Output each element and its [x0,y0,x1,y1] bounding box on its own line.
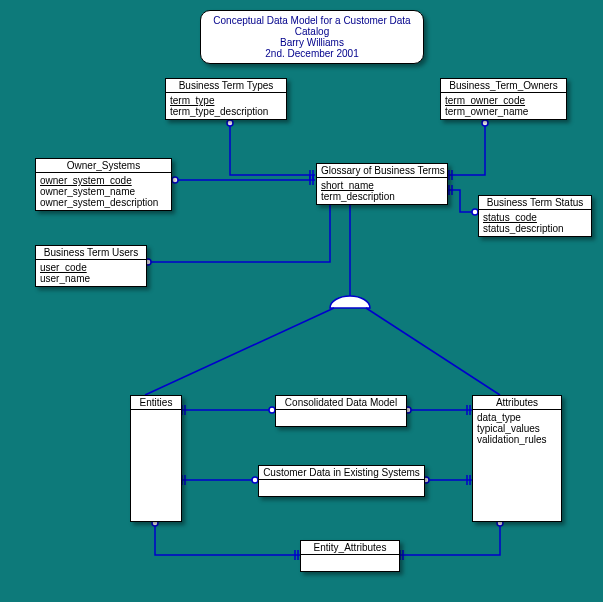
attr: owner_system_name [40,186,167,197]
attr: owner_system_description [40,197,167,208]
entity-ent: Entities [130,395,182,522]
entity-header: Consolidated Data Model [276,396,406,410]
entity-os: Owner_Systems owner_system_code owner_sy… [35,158,172,211]
entity-header: Business Term Types [166,79,286,93]
entity-btt: Business Term Types term_type term_type_… [165,78,287,120]
entity-header: Business Term Status [479,196,591,210]
entity-attr: Attributes data_type typical_values vali… [472,395,562,522]
entity-bto: Business_Term_Owners term_owner_code ter… [440,78,567,120]
attr: term_description [321,191,443,202]
title-line2: Barry Williams [207,37,417,48]
attr: term_owner_name [445,106,562,117]
pk: user_code [40,262,142,273]
entity-header: Business Term Users [36,246,146,260]
attr: user_name [40,273,142,284]
title-line1: Conceptual Data Model for a Customer Dat… [207,15,417,37]
svg-point-0 [227,120,233,126]
svg-point-2 [172,177,178,183]
entity-cdm: Consolidated Data Model [275,395,407,427]
pk: status_code [483,212,587,223]
entity-header: Attributes [473,396,561,410]
entity-header: Entity_Attributes [301,541,399,555]
entity-btu: Business Term Users user_code user_name [35,245,147,287]
entity-header: Glossary of Business Terms [317,164,447,178]
entity-header: Business_Term_Owners [441,79,566,93]
attr: typical_values [477,423,557,434]
entity-ea: Entity_Attributes [300,540,400,572]
entity-cdes: Customer Data in Existing Systems [258,465,425,497]
entity-header: Entities [131,396,181,410]
entity-gbt: Glossary of Business Terms short_name te… [316,163,448,205]
entity-header: Customer Data in Existing Systems [259,466,424,480]
entity-header: Owner_Systems [36,159,171,173]
pk: term_owner_code [445,95,562,106]
pk: short_name [321,180,443,191]
title-box: Conceptual Data Model for a Customer Dat… [200,10,424,64]
svg-point-1 [482,120,488,126]
attr: validation_rules [477,434,557,445]
attr: status_description [483,223,587,234]
pk: term_type [170,95,282,106]
attr: term_type_description [170,106,282,117]
pk: owner_system_code [40,175,167,186]
attr: data_type [477,412,557,423]
entity-bts: Business Term Status status_code status_… [478,195,592,237]
title-line3: 2nd. December 2001 [207,48,417,59]
